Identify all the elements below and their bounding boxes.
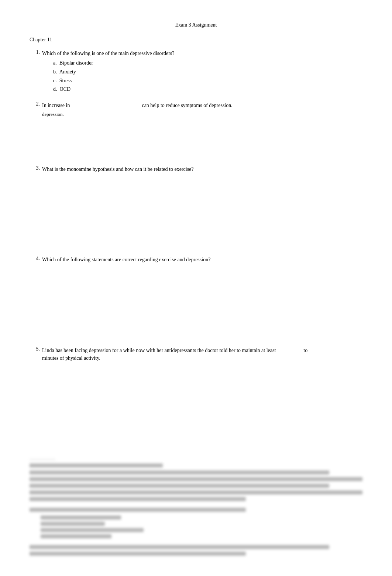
q1-option-b-text: Anxiety — [59, 69, 76, 75]
q3-body: What is the monoamine hypothesis and how… — [42, 165, 362, 175]
q2-continuation: depression. — [42, 111, 362, 117]
page-title: Exam 3 Assignment — [30, 22, 362, 28]
q5-word-to: to — [303, 348, 307, 353]
spacer-after-q2 — [30, 125, 362, 165]
q1-option-d-text: OCD — [60, 86, 71, 92]
q1-number: 1. — [30, 49, 40, 94]
q1-option-c-text: Stress — [59, 78, 72, 83]
q1-option-a-text: Bipolar disorder — [59, 60, 93, 66]
q5-blank1 — [279, 346, 301, 354]
q4-number: 4. — [30, 256, 40, 265]
q2-blank — [73, 101, 139, 109]
q2-body: In increase in can help to reduce sympto… — [42, 101, 362, 117]
q5-number: 5. — [30, 346, 40, 363]
q5-text: Linda has been facing depression for a w… — [42, 346, 362, 362]
blurred-block-1 — [30, 463, 362, 501]
question-5: 5. Linda has been facing depression for … — [30, 346, 362, 363]
question-1: 1. Which of the following is one of the … — [30, 49, 362, 94]
q1-option-d: d. OCD — [53, 85, 362, 94]
spacer-after-q5b — [30, 411, 362, 445]
q1-option-b-label: b. — [53, 69, 57, 75]
questions-list: 1. Which of the following is one of the … — [30, 49, 362, 117]
q1-text: Which of the following is one of the mai… — [42, 49, 362, 57]
q2-text: In increase in can help to reduce sympto… — [42, 101, 362, 109]
chapter-label: Chapter 11 — [30, 37, 362, 43]
q1-option-a-label: a. — [53, 60, 57, 66]
q1-option-a: a. Bipolar disorder — [53, 59, 362, 68]
q5-blank2 — [310, 346, 344, 354]
q1-option-c-label: c. — [53, 78, 57, 83]
blurred-block-3 — [30, 545, 362, 556]
question-2: 2. In increase in can help to reduce sym… — [30, 101, 362, 117]
q4-text: Which of the following statements are co… — [42, 256, 362, 263]
q1-body: Which of the following is one of the mai… — [42, 49, 362, 94]
spacer-after-q3b — [30, 223, 362, 256]
blurred-content — [30, 459, 362, 556]
q2-text-after: can help to reduce symptoms of depressio… — [142, 103, 232, 108]
spacer-after-q4b — [30, 313, 362, 346]
q3-number: 3. — [30, 165, 40, 175]
spacer-after-q5 — [30, 371, 362, 411]
q1-options: a. Bipolar disorder b. Anxiety c. Stress… — [42, 59, 362, 94]
spacer-after-q4 — [30, 272, 362, 313]
q1-option-d-label: d. — [53, 86, 57, 92]
q4-body: Which of the following statements are co… — [42, 256, 362, 265]
q2-text-before: In increase in — [42, 103, 70, 108]
blurred-block-2 — [30, 508, 362, 538]
question-3: 3. What is the monoamine hypothesis and … — [30, 165, 362, 175]
spacer-after-q3 — [30, 182, 362, 223]
q3-text: What is the monoamine hypothesis and how… — [42, 165, 362, 173]
q5-body: Linda has been facing depression for a w… — [42, 346, 362, 363]
q1-option-c: c. Stress — [53, 76, 362, 85]
question-4: 4. Which of the following statements are… — [30, 256, 362, 265]
page-container: Exam 3 Assignment Chapter 11 1. Which of… — [30, 22, 362, 556]
q5-text-before: Linda has been facing depression for a w… — [42, 348, 276, 353]
q1-option-b: b. Anxiety — [53, 68, 362, 76]
q5-text-after: minutes of physical activity. — [42, 355, 100, 361]
q2-number: 2. — [30, 101, 40, 117]
